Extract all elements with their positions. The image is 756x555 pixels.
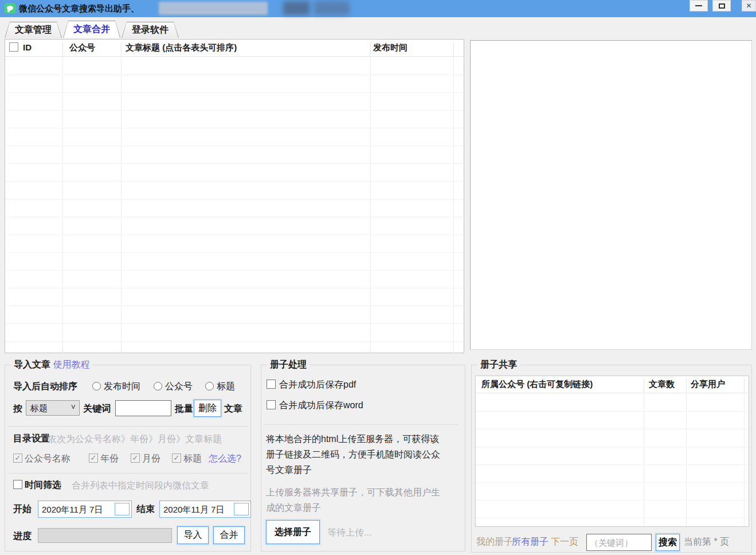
column-divider bbox=[121, 57, 122, 353]
booklet-share-group: 册子共享 所属公众号 (右击可复制链接) 文章数 分享用户 我的册子 所有册子 … bbox=[471, 365, 752, 553]
checkbox-account-name[interactable]: ✓ bbox=[13, 454, 22, 463]
column-divider bbox=[370, 42, 371, 56]
select-all-checkbox[interactable] bbox=[9, 42, 18, 52]
progress-label: 进度 bbox=[13, 530, 32, 542]
maximize-button[interactable] bbox=[712, 0, 731, 11]
sort-option-label[interactable]: 标题 bbox=[217, 381, 235, 393]
column-header-owner-account[interactable]: 所属公众号 (右击可复制链接) bbox=[481, 379, 593, 390]
upload-info-text: 将本地合并的html上传至服务器，可获得该册子链接及二维码，方便手机随时阅读公众… bbox=[266, 431, 445, 478]
start-date-picker[interactable]: 2020年11月 7日 bbox=[38, 501, 132, 518]
redacted-text bbox=[159, 2, 268, 15]
column-divider bbox=[62, 57, 63, 353]
share-table-header: 所属公众号 (右击可复制链接) 文章数 分享用户 bbox=[476, 376, 749, 393]
maximize-icon bbox=[719, 3, 725, 9]
import-articles-group: 导入文章 使用教程 导入后自动排序 发布时间 公众号 标题 按 标题 ˅ 关键词… bbox=[5, 365, 251, 552]
sort-radio-publish-time[interactable] bbox=[92, 382, 101, 390]
select-booklet-button[interactable]: 选择册子 bbox=[266, 520, 320, 544]
tutorial-link[interactable]: 使用教程 bbox=[53, 359, 89, 369]
delete-button[interactable]: 删除 bbox=[194, 400, 221, 417]
column-header-id[interactable]: ID bbox=[23, 42, 32, 52]
check-icon: ✓ bbox=[15, 454, 21, 462]
share-footer: 我的册子 所有册子 下一页 搜索 当前第 * 页 bbox=[472, 531, 751, 552]
save-pdf-checkbox[interactable] bbox=[267, 380, 276, 389]
keyword-input[interactable] bbox=[115, 400, 171, 416]
booklet-processing-group: 册子处理 合并成功后保存pdf 合并成功后保存word 将本地合并的html上传… bbox=[261, 365, 465, 552]
column-divider bbox=[744, 379, 745, 393]
check-icon: ✓ bbox=[132, 454, 139, 462]
minimize-icon bbox=[695, 5, 702, 6]
close-button[interactable]: ✕ bbox=[742, 0, 756, 11]
share-group-title: 册子共享 bbox=[480, 359, 517, 369]
column-header-article-count[interactable]: 文章数 bbox=[649, 379, 675, 390]
checkbox-month[interactable]: ✓ bbox=[131, 454, 140, 463]
column-header-publish-time[interactable]: 发布时间 bbox=[373, 42, 408, 53]
directory-settings-label: 目录设置 bbox=[13, 433, 50, 445]
time-filter-hint: 合并列表中指定时间段内微信文章 bbox=[72, 480, 209, 492]
search-button[interactable]: 搜索 bbox=[656, 534, 680, 551]
checkbox-label[interactable]: 公众号名称 bbox=[25, 453, 70, 465]
start-date-label: 开始 bbox=[13, 503, 32, 515]
sort-option-label[interactable]: 发布时间 bbox=[104, 381, 140, 393]
sort-radio-title[interactable] bbox=[205, 382, 214, 390]
redacted-text bbox=[314, 1, 350, 15]
how-to-choose-link[interactable]: 怎么选? bbox=[209, 453, 241, 465]
minimize-button[interactable] bbox=[690, 0, 708, 11]
divider bbox=[7, 426, 248, 427]
import-button[interactable]: 导入 bbox=[177, 526, 209, 544]
date-dropdown-button[interactable] bbox=[234, 503, 249, 515]
time-filter-label[interactable]: 时间筛选 bbox=[25, 479, 61, 491]
end-date-picker[interactable]: 2020年11月 7日 bbox=[159, 501, 251, 518]
column-divider bbox=[686, 394, 687, 526]
date-dropdown-button[interactable] bbox=[115, 503, 130, 515]
share-table-body[interactable] bbox=[476, 394, 749, 526]
tab-article-merge[interactable]: 文章合并 bbox=[63, 21, 120, 38]
upload-status-text: 等待上传... bbox=[327, 527, 371, 539]
article-table-header: ID 公众号 文章标题 (点击各表头可排序) 发布时间 bbox=[5, 40, 464, 57]
check-icon: ✓ bbox=[174, 454, 180, 462]
column-divider bbox=[686, 379, 687, 393]
tab-login-software[interactable]: 登录软件 bbox=[122, 22, 179, 38]
app-icon bbox=[5, 3, 15, 14]
column-header-share-user[interactable]: 分享用户 bbox=[691, 379, 725, 390]
save-word-checkbox[interactable] bbox=[267, 400, 276, 409]
directory-hint: 依次为公众号名称》年份》月份》文章标题 bbox=[48, 433, 222, 445]
save-pdf-label[interactable]: 合并成功后保存pdf bbox=[279, 379, 356, 391]
check-icon: ✓ bbox=[91, 454, 97, 462]
share-keyword-input[interactable] bbox=[586, 534, 652, 551]
filter-suffix-label: 文章 bbox=[224, 403, 242, 415]
next-page-link[interactable]: 下一页 bbox=[551, 536, 578, 548]
my-booklets-link[interactable]: 我的册子 bbox=[476, 536, 513, 548]
filter-prefix-label: 按 bbox=[13, 403, 22, 415]
current-page-status: 当前第 * 页 bbox=[684, 536, 729, 548]
checkbox-label[interactable]: 年份 bbox=[100, 453, 119, 465]
batch-label: 批量 bbox=[175, 403, 193, 415]
close-icon: ✕ bbox=[746, 2, 751, 10]
keyword-label: 关键词 bbox=[83, 403, 111, 415]
sort-option-label[interactable]: 公众号 bbox=[165, 381, 193, 393]
divider bbox=[264, 424, 458, 425]
column-divider bbox=[453, 57, 454, 353]
time-filter-checkbox[interactable] bbox=[13, 480, 22, 489]
article-table-body[interactable] bbox=[5, 57, 464, 353]
all-booklets-link[interactable]: 所有册子 bbox=[512, 536, 549, 548]
column-header-account[interactable]: 公众号 bbox=[69, 42, 95, 53]
share-info-text: 上传服务器将共享册子，可下载其他用户生成的文章册子 bbox=[266, 484, 445, 515]
divider bbox=[7, 473, 248, 474]
merge-button[interactable]: 合并 bbox=[213, 526, 245, 544]
column-divider bbox=[62, 42, 63, 56]
progress-bar bbox=[38, 528, 172, 543]
column-divider bbox=[644, 394, 644, 526]
chevron-down-icon: ˅ bbox=[71, 402, 76, 412]
sort-radio-account[interactable] bbox=[154, 382, 162, 390]
column-divider bbox=[121, 42, 122, 56]
checkbox-year[interactable]: ✓ bbox=[89, 454, 98, 463]
save-word-label[interactable]: 合并成功后保存word bbox=[279, 400, 363, 412]
redacted-text bbox=[283, 1, 310, 15]
checkbox-label[interactable]: 月份 bbox=[142, 453, 160, 465]
checkbox-title[interactable]: ✓ bbox=[172, 454, 181, 463]
filter-field-select[interactable]: 标题 ˅ bbox=[26, 400, 80, 416]
checkbox-label[interactable]: 标题 bbox=[183, 453, 202, 465]
window-title: 微信公众号文章搜索导出助手、 bbox=[19, 0, 139, 17]
tab-article-management[interactable]: 文章管理 bbox=[5, 22, 62, 38]
column-header-title[interactable]: 文章标题 (点击各表头可排序) bbox=[126, 42, 237, 53]
